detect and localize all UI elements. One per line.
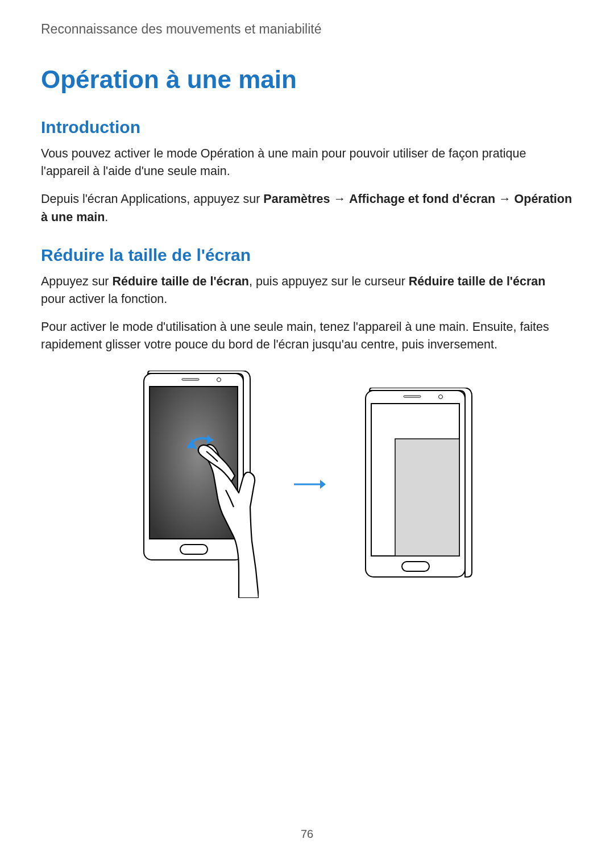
intro-paragraph-2: Depuis l'écran Applications, appuyez sur… bbox=[41, 190, 573, 226]
bold-reduire-2: Réduire taille de l'écran bbox=[409, 275, 546, 288]
svg-rect-8 bbox=[395, 439, 459, 556]
text-span: , puis appuyez sur le curseur bbox=[249, 275, 409, 288]
text-arrow: → bbox=[495, 192, 514, 206]
page-title: Opération à une main bbox=[41, 65, 573, 94]
bold-parametres: Paramètres bbox=[263, 192, 330, 206]
page: Reconnaissance des mouvements et maniabi… bbox=[0, 0, 614, 868]
reduce-paragraph-1: Appuyez sur Réduire taille de l'écran, p… bbox=[41, 273, 573, 308]
illustration-row bbox=[41, 371, 573, 600]
bold-reduire-1: Réduire taille de l'écran bbox=[112, 275, 249, 288]
text-span: Appuyez sur bbox=[41, 275, 112, 288]
text-span: pour activer la fonction. bbox=[41, 292, 167, 306]
page-number: 76 bbox=[0, 828, 614, 841]
reduce-paragraph-2: Pour activer le mode d'utilisation à une… bbox=[41, 318, 573, 354]
section-heading-reduce: Réduire la taille de l'écran bbox=[41, 246, 573, 265]
text-span: . bbox=[105, 210, 108, 224]
arrow-right-icon bbox=[293, 477, 327, 493]
text-arrow: → bbox=[330, 192, 349, 206]
phone-with-hand-illustration bbox=[139, 371, 259, 600]
intro-paragraph-1: Vous pouvez activer le mode Opération à … bbox=[41, 145, 573, 180]
section-heading-introduction: Introduction bbox=[41, 118, 573, 137]
text-span: Depuis l'écran Applications, appuyez sur bbox=[41, 192, 263, 206]
breadcrumb: Reconnaissance des mouvements et maniabi… bbox=[41, 22, 573, 37]
bold-affichage: Affichage et fond d'écran bbox=[349, 192, 495, 206]
phone-reduced-screen-illustration bbox=[361, 388, 475, 583]
